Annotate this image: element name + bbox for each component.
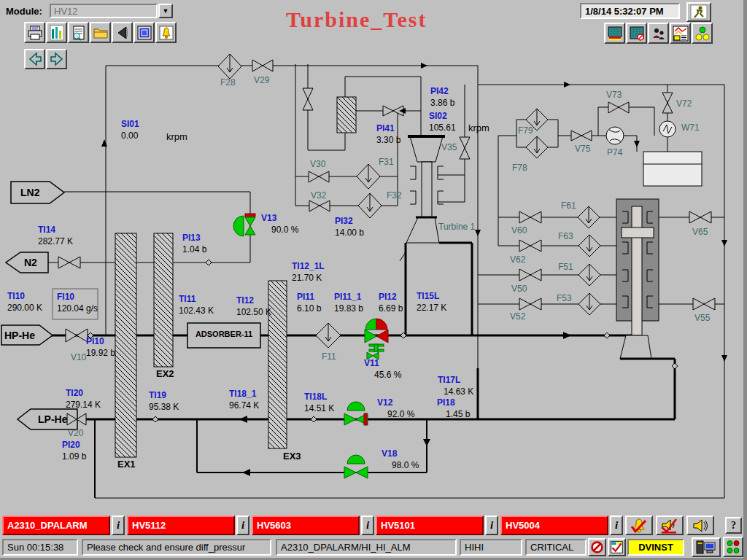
turbine-2[interactable]	[620, 335, 651, 359]
instrument-pi41[interactable]: PI413.30 b	[376, 122, 400, 146]
filter-f63[interactable]	[578, 235, 600, 257]
panel-disable-button[interactable]	[626, 23, 647, 44]
valve-v32[interactable]	[309, 201, 330, 211]
valve-v75[interactable]	[571, 131, 592, 141]
alarm-button-hv5603[interactable]: HV5603	[252, 516, 360, 535]
horn-enable-button[interactable]	[686, 516, 714, 535]
instrument-pi42[interactable]: PI423.86 b	[430, 85, 454, 109]
nav-forward-button[interactable]	[46, 49, 67, 69]
instrument-ti12[interactable]: TI12102.50 K	[236, 295, 271, 318]
back-button[interactable]	[112, 22, 133, 43]
instrument-pi10[interactable]: PI1019.92 b	[86, 335, 115, 359]
horn-silence-button[interactable]	[656, 516, 684, 535]
filter-f51[interactable]	[578, 264, 600, 286]
filter-f31[interactable]	[357, 164, 380, 189]
instrument-pi32[interactable]: PI3214.00 b	[335, 215, 364, 238]
valve-v65[interactable]	[689, 211, 711, 223]
alarm-info-button-4[interactable]: i	[485, 516, 498, 535]
valve-v20[interactable]	[67, 413, 86, 425]
filter-f78[interactable]	[526, 136, 548, 158]
instrument-ti20[interactable]: TI20279.14 K	[66, 387, 101, 411]
filter-f53[interactable]	[578, 293, 600, 315]
panel-view-button[interactable]	[604, 23, 625, 44]
alarm-info-button-2[interactable]: i	[236, 516, 249, 535]
instrument-pi11[interactable]: PI116.10 b	[297, 291, 321, 314]
instrument-si02[interactable]: SI02105.61	[429, 110, 456, 133]
alarm-info-button-3[interactable]: i	[361, 516, 374, 535]
instrument-pi13[interactable]: PI131.04 b	[182, 232, 206, 255]
alarm-button-hv5004[interactable]: HV5004	[500, 516, 608, 535]
valve-v60[interactable]	[519, 211, 541, 223]
trend-report-button[interactable]	[670, 23, 691, 44]
instrument-ti19[interactable]: TI1995.38 K	[149, 389, 179, 413]
alarm-verify-button[interactable]	[608, 538, 626, 556]
filter-f32[interactable]	[358, 193, 382, 218]
run-button[interactable]	[686, 2, 711, 22]
valve-v62[interactable]	[519, 240, 541, 252]
status-lights-button[interactable]	[692, 23, 713, 44]
help-button[interactable]: ?	[725, 517, 742, 534]
workstation-button[interactable]	[692, 537, 721, 557]
controller-v12[interactable]: V1292.0 %	[377, 397, 414, 420]
filter-f11[interactable]	[316, 323, 341, 348]
valve-top-vertical[interactable]	[303, 88, 313, 110]
control-valve-v11[interactable]	[365, 319, 388, 359]
controller-v18[interactable]: V1898.0 %	[382, 448, 419, 471]
controller-v11[interactable]: V1145.6 %	[364, 357, 401, 381]
instrument-ti15l[interactable]: TI15L22.17 K	[417, 290, 446, 314]
alarm-button-hv5101[interactable]: HV5101	[376, 516, 484, 535]
alarm-list-button[interactable]	[155, 22, 177, 43]
nav-back-button[interactable]	[24, 49, 45, 69]
instrument-fi10[interactable]: FI10120.04 g/s	[57, 291, 98, 314]
display-button[interactable]	[133, 22, 155, 43]
exchanger-ex1[interactable]	[115, 233, 136, 457]
alarm-button-a2310-dpalarm[interactable]: A2310_DPALARM	[2, 516, 110, 535]
instrument-ti17l[interactable]: TI17L14.63 K	[438, 374, 473, 397]
instrument-ti11[interactable]: TI11102.43 K	[179, 293, 214, 316]
operators-button[interactable]	[648, 23, 669, 44]
valve-v30[interactable]	[309, 171, 329, 182]
instrument-ti14[interactable]: TI14282.77 K	[38, 224, 73, 247]
instrument-pi11-1[interactable]: PI11_119.83 b	[334, 291, 363, 314]
control-valve-v18[interactable]	[344, 455, 368, 478]
brake-vessel[interactable]	[616, 199, 659, 335]
comm-status-button[interactable]	[723, 537, 743, 557]
valve-v50[interactable]	[519, 269, 541, 281]
alarm-button-hv5112[interactable]: HV5112	[127, 516, 235, 535]
valve-pi41-line[interactable]	[383, 106, 403, 116]
heater-w71[interactable]	[659, 121, 676, 137]
exchanger-ex2[interactable]	[154, 233, 173, 367]
trend-button[interactable]	[46, 22, 67, 43]
valve-v72[interactable]	[662, 93, 673, 113]
valve-v55[interactable]	[693, 298, 715, 310]
module-dropdown-arrow[interactable]: ▼	[158, 4, 173, 18]
instrument-ti18-1[interactable]: TI18_196.74 K	[229, 388, 259, 411]
controller-v13[interactable]: V1390.0 %	[261, 212, 298, 236]
filter-f28[interactable]	[218, 54, 241, 79]
open-folder-button[interactable]	[90, 22, 111, 43]
instrument-ti10[interactable]: TI10290.00 K	[7, 290, 42, 314]
instrument-pi20[interactable]: PI201.09 b	[62, 439, 86, 462]
control-valve-v13[interactable]	[233, 214, 255, 236]
pump-p74[interactable]	[606, 127, 624, 144]
instrument-pi12[interactable]: PI126.69 b	[379, 291, 403, 314]
valve-v10[interactable]	[66, 329, 88, 342]
print-button[interactable]	[24, 22, 45, 43]
alarm-info-button-1[interactable]: i	[112, 516, 125, 535]
alarm-info-button-5[interactable]: i	[610, 516, 623, 535]
instrument-ti12-1l[interactable]: TI12_1L21.70 K	[292, 260, 325, 284]
module-dropdown[interactable]: HV12	[50, 4, 158, 18]
valve-v29[interactable]	[252, 60, 273, 71]
valve-v35[interactable]	[460, 137, 470, 159]
alarm-suppress-button[interactable]	[588, 538, 606, 556]
valve-v73[interactable]	[608, 102, 629, 113]
valve-n2[interactable]	[58, 257, 80, 268]
control-valve-v12[interactable]	[344, 402, 368, 425]
instrument-ti18l[interactable]: TI18L14.51 K	[304, 391, 334, 414]
exchanger-small[interactable]	[337, 97, 356, 133]
filter-f61[interactable]	[578, 206, 600, 228]
instrument-si01[interactable]: SI010.00	[121, 118, 139, 141]
instrument-pi18[interactable]: PI181.45 b	[437, 397, 470, 420]
oil-tank[interactable]	[643, 152, 702, 186]
report-button[interactable]	[68, 22, 89, 43]
